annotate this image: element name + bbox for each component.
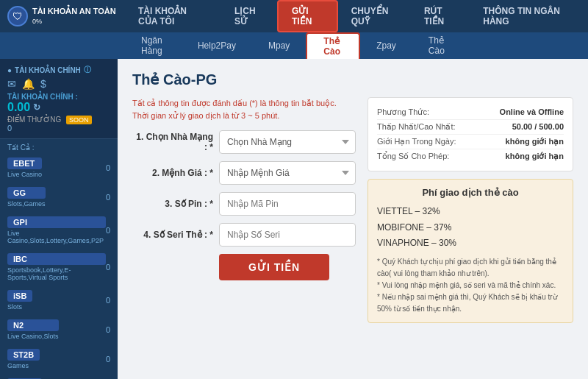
balance-amount: 0.00 ↻ — [7, 101, 110, 114]
sec-nav-the-cao[interactable]: Thẻ Cào — [306, 32, 360, 59]
info-icon: ⓘ — [84, 65, 91, 75]
form-row-menh-gia: 2. Mệnh Giá : * Nhập Mệnh Giá — [132, 161, 356, 185]
info-panel: Phương Thức: Online và Offline Thấp Nhất… — [368, 97, 573, 330]
sidebar-icons: ✉ 🔔 $ — [7, 78, 110, 90]
sidebar-item-gpi[interactable]: GPI Live Casino,Slots,Lottery,Games,P2P … — [0, 212, 118, 249]
account-title: ● TÀI KHOẢN CHÍNH ⓘ — [7, 65, 110, 75]
form-section: Tất cả thông tin được đánh dấu (*) là th… — [132, 97, 356, 330]
logo: 🛡 TÀI KHOẢN AN TOÀN 0% — [7, 6, 125, 26]
nav-chuyen-quy[interactable]: CHUYỂN QUỸ — [338, 0, 411, 32]
input-so-pin[interactable] — [219, 192, 356, 216]
sidebar-item-gg[interactable]: GG Slots,Games 0 — [0, 183, 118, 212]
sidebar-item-ebet[interactable]: EBET Live Casino 0 — [0, 153, 118, 183]
form-row-so-seri: 4. Số Seri Thẻ : * — [132, 223, 356, 247]
fee-info-box: Phí giao dịch thẻ cào VIETTEL – 32% MOBI… — [368, 179, 573, 323]
label-nha-mang: 1. Chọn Nhà Mạng : * — [132, 132, 213, 152]
bell-icon[interactable]: 🔔 — [22, 78, 35, 90]
total-limit-row: Tổng Số Cho Phép: không giới hạn — [377, 149, 564, 163]
label-menh-gia: 2. Mệnh Giá : * — [132, 168, 213, 178]
min-max-row: Thấp Nhất/Cao Nhất: 50.00 / 500.00 — [377, 120, 564, 135]
select-nha-mang[interactable]: Chọn Nhà Mạng — [219, 130, 356, 154]
form-row-submit: GỬI TIỀN — [132, 254, 356, 280]
content-grid: Tất cả thông tin được đánh dấu (*) là th… — [132, 97, 573, 330]
sidebar: ● TÀI KHOẢN CHÍNH ⓘ ✉ 🔔 $ TÀI KHOẢN CHÍN… — [0, 59, 118, 379]
nav-rut-tien[interactable]: RÚT TIỀN — [411, 0, 470, 32]
nav-lich-su[interactable]: LỊCH SỬ — [221, 0, 277, 32]
submit-button[interactable]: GỬI TIỀN — [219, 254, 329, 280]
input-so-seri[interactable] — [219, 223, 356, 247]
sec-nav-help2pay[interactable]: Help2Pay — [182, 32, 252, 59]
nav-gui-tien[interactable]: GỬI TIỀN — [277, 0, 338, 32]
sidebar-item-n2[interactable]: N2 Live Casino,Slots 0 — [0, 315, 118, 344]
top-nav-links: TÀI KHOẢN CỦA TÔI LỊCH SỬ GỬI TIỀN CHUYỂ… — [125, 0, 581, 32]
logo-text: TÀI KHOẢN AN TOÀN 0% — [32, 7, 116, 26]
points: ĐIỂM THƯỞNG SOON — [7, 116, 110, 124]
nav-tai-khoan-cua-toi[interactable]: TÀI KHOẢN CỦA TÔI — [125, 0, 221, 32]
label-so-seri: 4. Số Seri Thẻ : * — [132, 230, 213, 240]
form-row-so-pin: 3. Số Pin : * — [132, 192, 356, 216]
shield-icon: 🛡 — [7, 6, 28, 26]
top-navigation: 🛡 TÀI KHOẢN AN TOÀN 0% TÀI KHOẢN CỦA TÔI… — [0, 0, 588, 32]
refresh-icon[interactable]: ↻ — [33, 102, 40, 113]
account-info: ● TÀI KHOẢN CHÍNH ⓘ ✉ 🔔 $ TÀI KHOẢN CHÍN… — [0, 59, 118, 139]
sidebar-section-label: Tất Cả : — [0, 139, 118, 153]
fee-notes: * Quý Khách tự chịu phí giao dịch khi gử… — [377, 256, 564, 315]
sidebar-item-ibc[interactable]: IBC Sportsbook,Lottery,E-Sports,Virtual … — [0, 249, 118, 286]
sec-nav-ngan-hang[interactable]: Ngân Hàng — [125, 32, 182, 59]
nav-thong-tin-ngan-hang[interactable]: THÔNG TIN NGÂN HÀNG — [470, 0, 581, 32]
points-amount: 0 — [7, 124, 110, 132]
sidebar-item-st2b[interactable]: ST2B Games 0 — [0, 344, 118, 374]
fee-title: Phí giao dịch thẻ cào — [377, 187, 564, 198]
dollar-icon[interactable]: $ — [40, 78, 46, 90]
secondary-navigation: Ngân Hàng Help2Pay Mpay Thẻ Cào Zpay Thẻ… — [0, 32, 588, 59]
sec-nav-mpay[interactable]: Mpay — [252, 32, 306, 59]
form-description: Tất cả thông tin được đánh dấu (*) là th… — [132, 97, 356, 121]
sec-nav-zpay[interactable]: Zpay — [360, 32, 412, 59]
sidebar-item-isb[interactable]: iSB Slots 0 — [0, 286, 118, 315]
method-row: Phương Thức: Online và Offline — [377, 105, 564, 120]
label-so-pin: 3. Số Pin : * — [132, 199, 213, 209]
mail-icon[interactable]: ✉ — [7, 78, 16, 90]
daily-limit-row: Giới Hạn Trong Ngày: không giới hạn — [377, 135, 564, 149]
sidebar-item-info: EBET Live Casino — [7, 157, 42, 178]
balance-label: TÀI KHOẢN CHÍNH : — [7, 93, 110, 101]
page-title: Thẻ Cào-PG — [132, 71, 573, 88]
fee-rates: VIETTEL – 32% MOBIFONE – 37% VINAPHONE –… — [377, 204, 564, 252]
main-layout: ● TÀI KHOẢN CHÍNH ⓘ ✉ 🔔 $ TÀI KHOẢN CHÍN… — [0, 59, 588, 379]
account-icon: ● — [7, 66, 12, 74]
select-menh-gia[interactable]: Nhập Mệnh Giá — [219, 161, 356, 185]
form-row-nha-mang: 1. Chọn Nhà Mạng : * Chọn Nhà Mạng — [132, 130, 356, 154]
sidebar-item-sa[interactable]: SA Live Casino 0 — [0, 374, 118, 379]
limits-box: Phương Thức: Online và Offline Thấp Nhất… — [368, 97, 573, 171]
sec-nav-the-cao2[interactable]: Thẻ Cào — [412, 32, 463, 59]
main-content: Thẻ Cào-PG Tất cả thông tin được đánh dấ… — [118, 59, 588, 379]
